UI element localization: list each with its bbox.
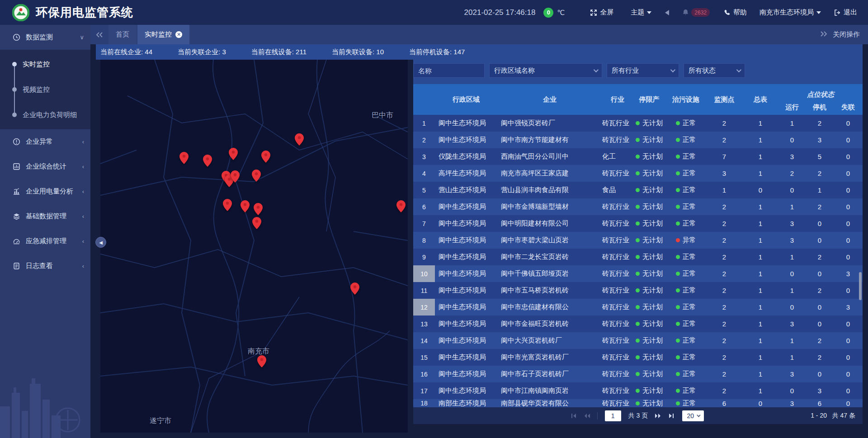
table-scrollbar-thumb[interactable] — [859, 272, 862, 300]
sidebar-item[interactable]: 企业异常‹ — [0, 129, 90, 154]
table-row[interactable]: 3仪陇生态环境局西南油气田分公司川中化工无计划正常71350 — [413, 148, 863, 165]
lost-cell: 0 — [834, 349, 863, 366]
table-row[interactable]: 16阆中生态环境局阆中市石子页岩机砖厂砖瓦行业无计划正常21300 — [413, 366, 863, 382]
first-page-icon[interactable] — [571, 413, 577, 419]
industry-filter-select[interactable]: 所有行业 — [607, 63, 679, 78]
map-pin-icon[interactable] — [229, 148, 238, 160]
sidebar-subitem[interactable]: 视频监控 — [0, 77, 90, 102]
tabs-scroll-left-icon[interactable] — [96, 32, 103, 38]
logout-button[interactable]: 退出 — [834, 8, 857, 17]
map-pin-icon[interactable] — [261, 151, 270, 163]
stopped-cell: 0 — [806, 316, 834, 332]
table-row[interactable]: 6阆中生态环境局阆中市金博瑞新型墙材砖瓦行业无计划正常21120 — [413, 198, 863, 215]
map-city-label: 巴中市 — [372, 111, 393, 120]
datetime: 2021-02-25 17:46:18 — [464, 8, 536, 17]
table-row[interactable]: 7阆中生态环境局阆中明阳建材有限公司砖瓦行业无计划正常21300 — [413, 215, 863, 232]
meters-cell: 1 — [742, 349, 778, 366]
map-pin-icon[interactable] — [295, 133, 304, 146]
map-pin-icon[interactable] — [223, 199, 232, 211]
status-filter-select[interactable]: 所有状态 — [684, 63, 745, 78]
row-number-cell: 7 — [413, 215, 435, 232]
last-page-icon[interactable] — [668, 413, 675, 419]
map-pin-icon[interactable] — [257, 355, 266, 367]
marquee-toggle-icon[interactable] — [665, 10, 669, 15]
region-cell: 阆中生态环境局 — [435, 332, 497, 349]
treatment-status-cell: 正常 — [665, 382, 706, 399]
table-row[interactable]: 8阆中生态环境局阆中市枣碧大梁山页岩砖瓦行业无计划异常21300 — [413, 232, 863, 249]
fullscreen-button[interactable]: 全屏 — [590, 8, 613, 17]
fullscreen-icon — [590, 9, 597, 16]
table-row[interactable]: 18南部生态环境局南部县砚华页岩有限公砖瓦行业无计划正常60360 — [413, 399, 863, 407]
table-row[interactable]: 14阆中生态环境局阆中大兴页岩机砖厂砖瓦行业无计划正常21120 — [413, 332, 863, 349]
status-dot-icon — [676, 255, 680, 259]
sidebar-item[interactable]: 应急减排管理‹ — [0, 229, 90, 254]
treatment-status-cell: 正常 — [665, 132, 706, 148]
sidebar-item[interactable]: 日志查看‹ — [0, 254, 90, 278]
map-pin-icon[interactable] — [231, 170, 240, 183]
next-page-icon[interactable] — [655, 413, 662, 419]
tab-item[interactable]: 首页 — [108, 25, 137, 44]
map[interactable]: 巴中市南充市遂宁市 — [100, 60, 408, 433]
notifications-button[interactable]: 2632 — [682, 8, 710, 17]
stat-label: 当前失联设备: — [332, 48, 376, 56]
tabs-scroll-right-icon[interactable] — [820, 31, 827, 39]
help-button[interactable]: 帮助 — [723, 8, 747, 17]
treatment-status-cell: 正常 — [665, 249, 706, 265]
org-dropdown[interactable]: 南充市生态环境局 — [760, 8, 821, 17]
panel-collapse-button[interactable]: ◀ — [95, 237, 106, 248]
main-area: 首页实时监控✕ 关闭操作 当前在线企业: 44当前失联企业: 3当前在线设备: … — [90, 25, 868, 438]
page-size-select[interactable]: 20 — [682, 410, 704, 421]
table-row[interactable]: 12阆中生态环境局阆中市忠信建材有限公砖瓦行业无计划正常21003 — [413, 299, 863, 316]
table-row[interactable]: 9阆中生态环境局阆中市二龙长宝页岩砖砖瓦行业无计划正常21120 — [413, 249, 863, 265]
sidebar-item[interactable]: 企业用电量分析‹ — [0, 179, 90, 204]
lost-cell: 0 — [834, 182, 863, 198]
theme-dropdown[interactable]: 主题 — [631, 8, 651, 17]
app: 环保用电监管系统 2021-02-25 17:46:18 0 ℃ 全屏 主题 2… — [0, 0, 868, 438]
previous-page-icon[interactable] — [583, 413, 590, 419]
map-pin-icon[interactable] — [203, 155, 212, 167]
table-row[interactable]: 4高坪生态环境局南充市高坪区王家店建砖瓦行业无计划正常31220 — [413, 165, 863, 182]
sidebar-item-label: 企业综合统计 — [26, 162, 66, 171]
status-dot-icon — [636, 339, 640, 343]
stat-value: 147 — [453, 48, 465, 56]
running-cell: 3 — [778, 366, 806, 382]
industry-cell: 砖瓦行业 — [602, 349, 633, 366]
col-index — [413, 84, 435, 115]
sidebar-subitem[interactable]: 企业电力负荷明细 — [0, 102, 90, 127]
industry-cell: 砖瓦行业 — [602, 132, 633, 148]
col-meters: 总表 — [742, 84, 778, 115]
table-row[interactable]: 13阆中生态环境局阆中市金福旺页岩机砖砖瓦行业无计划正常21300 — [413, 316, 863, 332]
map-pin-icon[interactable] — [254, 203, 263, 215]
status-dot-icon — [636, 221, 640, 226]
map-pin-icon[interactable] — [350, 283, 359, 295]
tab-close-icon[interactable]: ✕ — [175, 31, 182, 38]
map-pin-icon[interactable] — [241, 200, 250, 212]
table-row[interactable]: 11阆中生态环境局阆中市五马桥页岩机砖砖瓦行业无计划正常21120 — [413, 282, 863, 299]
map-pin-icon[interactable] — [252, 217, 261, 229]
status-dot-icon — [676, 205, 680, 209]
sidebar-subitem[interactable]: 实时监控 — [0, 52, 90, 77]
map-pin-icon[interactable] — [179, 152, 189, 164]
region-cell: 阆中生态环境局 — [435, 232, 497, 249]
sidebar-item[interactable]: 企业综合统计‹ — [0, 154, 90, 179]
table-row[interactable]: 1阆中生态环境局阆中强锐页岩砖厂砖瓦行业无计划正常21120 — [413, 115, 863, 132]
meters-cell: 1 — [742, 316, 778, 332]
table-row[interactable]: 2阆中生态环境局阆中市南方节能建材有砖瓦行业无计划正常21030 — [413, 132, 863, 148]
table-row[interactable]: 10阆中生态环境局阆中千佛镇五郎垭页岩砖瓦行业无计划正常21003 — [413, 265, 863, 282]
col-running: 运行 — [778, 99, 806, 115]
table-row[interactable]: 15阆中生态环境局阆中市光富页岩机砖厂砖瓦行业无计划正常21120 — [413, 349, 863, 366]
map-pin-icon[interactable] — [396, 200, 406, 212]
current-page-input[interactable]: 1 — [605, 410, 621, 421]
lost-cell: 3 — [834, 299, 863, 316]
close-operations-button[interactable]: 关闭操作 — [833, 30, 860, 39]
map-pin-icon[interactable] — [252, 170, 261, 182]
tab-active[interactable]: 实时监控✕ — [137, 25, 189, 44]
name-filter-input[interactable] — [413, 63, 485, 78]
sidebar-item[interactable]: 基础数据管理‹ — [0, 204, 90, 229]
table-row[interactable]: 5营山生态环境局营山县润丰肉食品有限食品无计划正常10010 — [413, 182, 863, 198]
region-filter-select[interactable]: 行政区域名称 — [489, 63, 602, 78]
limit-status-cell: 无计划 — [633, 232, 665, 249]
table-row[interactable]: 17阆中生态环境局阆中市江南镇阆南页岩砖瓦行业无计划正常21030 — [413, 382, 863, 399]
company-cell: 阆中千佛镇五郎垭页岩 — [497, 265, 602, 282]
sidebar-item[interactable]: 数据监测∨ — [0, 25, 90, 50]
